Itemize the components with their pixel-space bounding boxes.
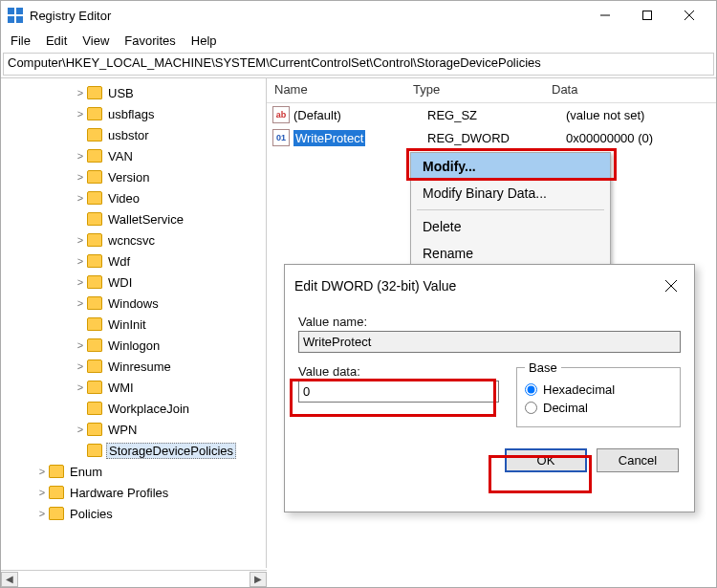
context-menu-delete[interactable]: Delete [411,213,610,240]
expander-icon[interactable]: > [74,87,87,98]
cancel-button[interactable]: Cancel [597,448,679,472]
column-name[interactable]: Name [274,78,413,102]
value-data-label: Value data: [298,364,499,379]
folder-icon [87,191,102,205]
tree-item-label: WorkplaceJoin [106,402,191,416]
tree-item[interactable]: >Winlogon [1,335,266,356]
radio-hexadecimal[interactable]: Hexadecimal [525,382,672,397]
expander-icon[interactable]: > [74,192,87,204]
scroll-right-icon[interactable]: ▶ [250,572,267,587]
tree-item-label: usbflags [106,107,156,121]
expander-icon[interactable]: > [35,466,49,477]
tree-item[interactable]: >Hardware Profiles [1,482,266,503]
tree-item[interactable]: usbstor [1,124,266,145]
expander-icon[interactable]: > [74,424,87,435]
tree-pane[interactable]: >USB>usbflagsusbstor>VAN>Version>VideoWa… [1,78,267,568]
svg-rect-2 [8,16,14,23]
expander-icon[interactable]: > [74,255,87,267]
tree-item[interactable]: >wcncsvc [1,229,266,250]
tree-item-label: usbstor [106,128,151,142]
value-type: REG_SZ [427,108,566,122]
scroll-left-icon[interactable]: ◀ [1,572,18,587]
expander-icon[interactable]: > [74,171,87,183]
minimize-button[interactable] [584,1,626,30]
svg-rect-5 [643,11,652,20]
folder-icon [87,359,102,373]
tree-item[interactable]: >usbflags [1,103,266,124]
title-bar: Registry Editor [1,1,716,30]
radio-decimal-input[interactable] [525,402,537,414]
value-data: 0x00000000 (0) [566,131,716,145]
tree-item[interactable]: >Policies [1,503,266,524]
expander-icon[interactable]: > [74,339,87,351]
expander-icon[interactable]: > [74,150,87,162]
tree-item[interactable]: WinInit [1,314,266,335]
context-menu-modify[interactable]: Modify... [411,153,610,180]
value-data-field[interactable] [298,381,499,403]
folder-icon [87,317,102,331]
tree-item[interactable]: >VAN [1,145,266,166]
close-button[interactable] [668,1,710,30]
scroll-track[interactable] [18,572,250,587]
tree-horizontal-scrollbar[interactable]: ◀ ▶ [1,570,267,587]
tree-item[interactable]: >Video [1,187,266,208]
tree-item[interactable]: >Enum [1,461,266,482]
tree-item-label: WalletService [106,212,185,227]
menu-edit[interactable]: Edit [38,32,75,50]
svg-rect-3 [16,16,23,23]
tree-item[interactable]: StorageDevicePolicies [1,440,266,461]
menu-help[interactable]: Help [184,32,225,50]
menu-view[interactable]: View [75,32,117,50]
tree-item-label: Hardware Profiles [68,486,170,500]
dialog-title-bar: Edit DWORD (32-bit) Value [285,265,694,307]
tree-item[interactable]: >WDI [1,272,266,293]
dialog-close-button[interactable] [658,272,684,299]
maximize-button[interactable] [626,1,668,30]
tree-item-label: Enum [68,465,104,479]
folder-icon [87,254,102,268]
menu-file[interactable]: File [3,32,38,50]
context-menu-rename[interactable]: Rename [411,240,610,267]
context-menu-separator [417,209,604,210]
tree-item[interactable]: >Windows [1,293,266,314]
list-row[interactable]: ab(Default)REG_SZ(value not set) [267,103,716,126]
tree-item[interactable]: WalletService [1,208,266,229]
expander-icon[interactable]: > [74,381,87,393]
address-bar[interactable]: Computer\HKEY_LOCAL_MACHINE\SYSTEM\Curre… [3,53,714,76]
tree-item-label: StorageDevicePolicies [106,443,236,459]
list-row[interactable]: 01WriteProtectREG_DWORD0x00000000 (0) [267,126,716,149]
radio-hexadecimal-input[interactable] [525,383,537,396]
list-header: Name Type Data [267,78,716,103]
tree-item[interactable]: >USB [1,82,266,103]
expander-icon[interactable]: > [74,360,87,372]
expander-icon[interactable]: > [74,297,87,309]
value-name-field[interactable] [298,331,681,353]
tree-item[interactable]: >Version [1,166,266,187]
folder-icon [87,212,102,226]
tree-item[interactable]: >WPN [1,419,266,440]
expander-icon[interactable]: > [74,234,87,246]
svg-rect-1 [16,8,23,14]
list-body: ab(Default)REG_SZ(value not set)01WriteP… [267,103,716,149]
tree-item[interactable]: >Wdf [1,250,266,272]
expander-icon[interactable]: > [74,276,87,288]
menu-bar: File Edit View Favorites Help [1,30,716,51]
expander-icon[interactable]: > [35,508,49,519]
ok-button[interactable]: OK [505,448,587,472]
value-name-label: Value name: [298,315,681,329]
expander-icon[interactable]: > [74,108,87,120]
base-group: Base Hexadecimal Decimal [516,360,681,427]
window-title: Registry Editor [30,9,584,23]
column-data[interactable]: Data [552,78,716,102]
tree-item[interactable]: >WMI [1,377,266,398]
context-menu-modify-binary[interactable]: Modify Binary Data... [411,180,610,207]
tree-item[interactable]: WorkplaceJoin [1,398,266,419]
tree-item[interactable]: >Winresume [1,356,266,377]
radio-decimal[interactable]: Decimal [525,401,672,415]
column-type[interactable]: Type [413,78,552,102]
folder-icon [87,275,102,289]
menu-favorites[interactable]: Favorites [117,32,183,50]
expander-icon[interactable]: > [35,487,49,498]
registry-editor-icon [7,7,24,24]
folder-icon [87,149,102,163]
